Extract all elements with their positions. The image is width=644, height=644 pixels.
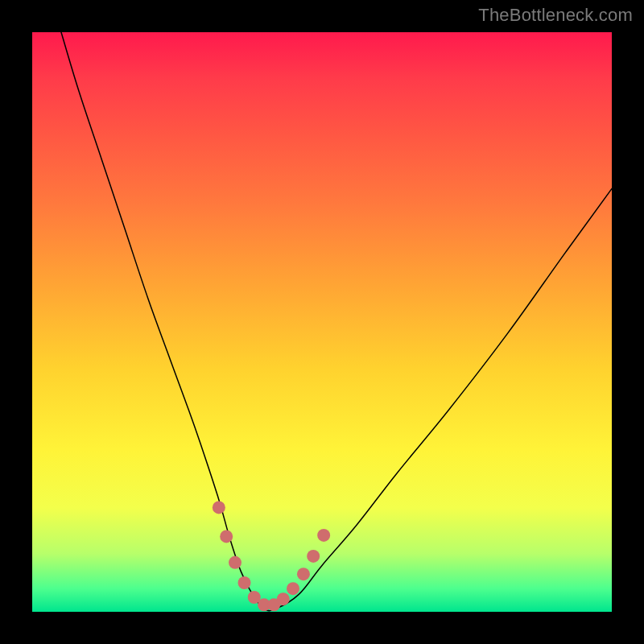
highlight-marker	[229, 556, 242, 569]
chart-plot-area	[32, 32, 612, 612]
highlight-marker	[238, 576, 251, 589]
chart-frame: TheBottleneck.com	[0, 0, 644, 644]
chart-svg	[32, 32, 612, 612]
bottleneck-curve	[61, 32, 612, 611]
highlight-marker	[297, 568, 310, 580]
highlight-marker	[213, 501, 225, 514]
watermark-text: TheBottleneck.com	[478, 5, 633, 26]
highlight-marker	[277, 592, 290, 605]
highlight-marker	[307, 550, 320, 563]
highlight-marker	[317, 529, 330, 542]
highlight-marker	[287, 582, 299, 595]
highlight-marker	[220, 530, 233, 543]
highlight-markers	[213, 501, 330, 611]
